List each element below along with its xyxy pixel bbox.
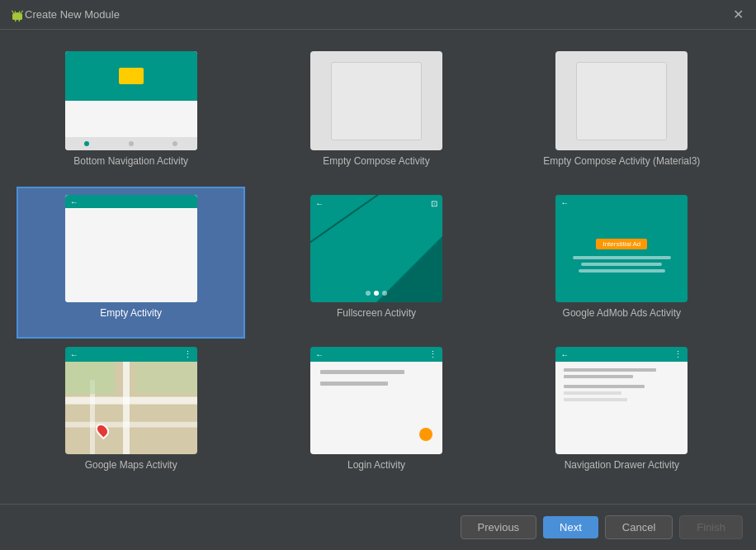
module-item-admob[interactable]: ← Interstitial Ad Google AdMob Ads Activ… <box>508 187 736 339</box>
cancel-button[interactable]: Cancel <box>605 515 673 539</box>
module-item-bottom-nav[interactable]: Bottom Navigation Activity <box>17 43 245 187</box>
module-item-maps[interactable]: ← ⋮ <box>17 339 245 491</box>
module-item-login[interactable]: ← ⋮ Login Activity <box>262 339 490 491</box>
dialog-body: Bottom Navigation Activity Empty Compose… <box>0 30 756 504</box>
module-label-navdrawer: Navigation Drawer Activity <box>565 459 679 471</box>
module-label-maps: Google Maps Activity <box>85 459 177 471</box>
back-arrow-icon: ← <box>70 197 78 206</box>
svg-rect-9 <box>65 362 115 394</box>
dialog-title: Create New Module <box>25 8 120 21</box>
module-label-empty-activity: Empty Activity <box>100 307 162 319</box>
preview-empty-compose-m3 <box>555 51 687 150</box>
preview-fullscreen: ← ⊡ <box>310 195 442 302</box>
module-label-empty-compose: Empty Compose Activity <box>323 155 429 167</box>
svg-line-3 <box>21 11 23 12</box>
preview-empty-compose <box>310 51 442 150</box>
module-item-empty-activity[interactable]: ← Empty Activity <box>17 187 245 339</box>
svg-point-0 <box>15 11 17 12</box>
preview-admob: ← Interstitial Ad <box>555 195 687 302</box>
preview-bottom-nav <box>65 51 197 150</box>
svg-rect-6 <box>123 362 130 454</box>
dialog-footer: Previous Next Cancel Finish <box>0 504 756 550</box>
module-label-fullscreen: Fullscreen Activity <box>337 307 416 319</box>
svg-rect-5 <box>65 397 197 405</box>
module-label-login: Login Activity <box>347 459 405 471</box>
svg-point-1 <box>19 11 21 12</box>
module-item-fullscreen[interactable]: ← ⊡ Fullscreen Activity <box>262 187 490 339</box>
module-label-admob: Google AdMob Ads Activity <box>563 307 681 319</box>
finish-button: Finish <box>679 515 743 539</box>
module-item-navdrawer[interactable]: ← ⋮ Navigation Drawer Activity <box>508 339 736 491</box>
preview-maps: ← ⋮ <box>65 347 197 454</box>
preview-login: ← ⋮ <box>310 347 442 454</box>
phone-content-empty <box>65 208 197 302</box>
interstitial-ad-badge: Interstitial Ad <box>596 239 647 249</box>
svg-rect-10 <box>135 362 197 394</box>
svg-rect-8 <box>65 422 197 428</box>
preview-empty-activity: ← <box>65 195 197 302</box>
module-grid: Bottom Navigation Activity Empty Compose… <box>17 43 739 491</box>
title-bar: Create New Module ✕ <box>0 0 756 30</box>
module-label-bottom-nav: Bottom Navigation Activity <box>73 155 188 167</box>
previous-button[interactable]: Previous <box>461 515 537 539</box>
close-button[interactable]: ✕ <box>730 7 746 22</box>
svg-line-2 <box>12 11 14 12</box>
module-label-empty-compose-m3: Empty Compose Activity (Material3) <box>543 155 700 167</box>
module-item-empty-compose[interactable]: Empty Compose Activity <box>262 43 490 187</box>
next-button[interactable]: Next <box>543 516 598 538</box>
module-item-empty-compose-m3[interactable]: Empty Compose Activity (Material3) <box>508 43 736 187</box>
phone-header-empty: ← <box>65 195 197 208</box>
preview-navdrawer: ← ⋮ <box>555 347 687 454</box>
android-icon <box>10 7 25 22</box>
